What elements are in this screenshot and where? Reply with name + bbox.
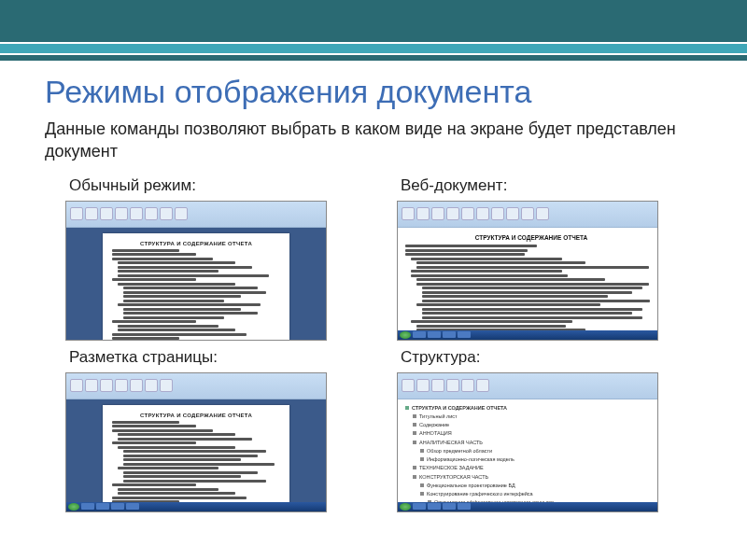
list-item xyxy=(416,283,649,286)
outline-item: АНАЛИТИЧЕСКАЯ ЧАСТЬ xyxy=(413,439,650,446)
mode-web-cell: Веб-документ: СТРУКТУРА И СОДЕРЖАНИЕ ОТЧ… xyxy=(397,176,691,341)
list-item xyxy=(405,249,528,252)
list-item xyxy=(416,278,605,281)
document-area: СТРУКТУРА И СОДЕРЖАНИЕ ОТЧЕТА Титульный … xyxy=(398,399,657,511)
slide-accent-band xyxy=(0,44,747,53)
document-page: СТРУКТУРА И СОДЕРЖАНИЕ ОТЧЕТА xyxy=(103,233,289,340)
mode-web-label: Веб-документ: xyxy=(401,176,691,195)
list-item xyxy=(422,287,642,289)
start-button-icon xyxy=(68,503,79,511)
outline-item: Информационно-логическая модель xyxy=(420,455,650,463)
start-button-icon xyxy=(400,331,411,339)
outline-item: КОНСТРУКТОРСКАЯ ЧАСТЬ xyxy=(413,473,650,481)
mode-web-thumbnail: СТРУКТУРА И СОДЕРЖАНИЕ ОТЧЕТА xyxy=(397,201,658,341)
word-ribbon xyxy=(398,202,657,228)
list-item xyxy=(422,295,608,298)
mode-outline-cell: Структура: СТРУКТУРА И СОДЕРЖАНИЕ ОТЧЕТА… xyxy=(397,348,691,512)
bullet-icon xyxy=(420,449,424,453)
list-item xyxy=(416,261,585,264)
slide-accent-band-2 xyxy=(0,55,747,61)
list-item xyxy=(411,320,572,323)
list-item xyxy=(422,308,642,311)
bullet-icon xyxy=(413,441,416,444)
list-item xyxy=(422,300,650,302)
list-item xyxy=(411,258,562,260)
doc-heading: СТРУКТУРА И СОДЕРЖАНИЕ ОТЧЕТА xyxy=(112,413,280,418)
document-area: СТРУКТУРА И СОДЕРЖАНИЕ ОТЧЕТА xyxy=(66,228,326,340)
start-button-icon xyxy=(400,503,411,511)
list-item xyxy=(422,291,632,294)
bullet-icon xyxy=(413,423,416,427)
bullet-icon xyxy=(413,414,416,418)
slide-title: Режимы отображения документа xyxy=(45,74,747,110)
modes-grid: Обычный режим: СТРУКТУРА И СОДЕРЖАНИЕ ОТ… xyxy=(0,176,747,512)
outline-item: Титульный лист xyxy=(413,413,650,420)
outline-item: АННОТАЦИЯ xyxy=(413,429,650,437)
mode-normal-thumbnail: СТРУКТУРА И СОДЕРЖАНИЕ ОТЧЕТА xyxy=(65,201,327,341)
mode-normal-cell: Обычный режим: СТРУКТУРА И СОДЕРЖАНИЕ ОТ… xyxy=(65,176,359,341)
outline-item: Функциональное проектирование БД xyxy=(420,482,650,489)
document-area: СТРУКТУРА И СОДЕРЖАНИЕ ОТЧЕТА xyxy=(398,228,657,340)
list-item xyxy=(416,325,566,328)
windows-taskbar xyxy=(398,502,657,511)
list-item xyxy=(405,245,537,247)
list-item xyxy=(416,303,600,306)
list-item xyxy=(405,253,525,256)
mode-layout-thumbnail: СТРУКТУРА И СОДЕРЖАНИЕ ОТЧЕТА xyxy=(65,372,327,512)
mode-outline-label: Структура: xyxy=(401,348,691,367)
slide-subtitle: Данные команды позволяют выбрать в каком… xyxy=(45,118,702,163)
list-item xyxy=(411,270,562,273)
document-area: СТРУКТУРА И СОДЕРЖАНИЕ ОТЧЕТА xyxy=(66,399,326,511)
outline-item: ТЕХНИЧЕСКОЕ ЗАДАНИЕ xyxy=(413,464,650,471)
bullet-icon xyxy=(413,475,416,479)
doc-heading: СТРУКТУРА И СОДЕРЖАНИЕ ОТЧЕТА xyxy=(412,404,507,412)
bullet-icon xyxy=(413,466,416,469)
list-item xyxy=(416,266,649,269)
windows-taskbar xyxy=(398,330,657,340)
outline-item: Содержание xyxy=(413,421,650,428)
bullet-icon xyxy=(413,431,416,435)
web-content: СТРУКТУРА И СОДЕРЖАНИЕ ОТЧЕТА xyxy=(405,231,650,336)
word-ribbon xyxy=(66,373,326,399)
list-item xyxy=(422,316,642,319)
outline-content: СТРУКТУРА И СОДЕРЖАНИЕ ОТЧЕТА Титульный … xyxy=(405,403,650,508)
bullet-icon xyxy=(420,457,424,461)
mode-outline-thumbnail: СТРУКТУРА И СОДЕРЖАНИЕ ОТЧЕТА Титульный … xyxy=(397,372,658,512)
word-ribbon xyxy=(398,373,657,399)
bullet-icon xyxy=(420,492,424,496)
bullet-icon xyxy=(420,483,424,487)
outline-item: Обзор предметной области xyxy=(420,447,650,455)
outline-item: Конструирование графического интерфейса xyxy=(420,490,650,497)
word-ribbon xyxy=(66,202,326,228)
mode-layout-cell: Разметка страницы: СТРУКТУРА И СОДЕРЖАНИ… xyxy=(65,348,359,512)
slide-top-band xyxy=(0,0,747,45)
doc-heading: СТРУКТУРА И СОДЕРЖАНИЕ ОТЧЕТА xyxy=(413,233,650,243)
windows-taskbar xyxy=(66,502,326,511)
list-item xyxy=(411,274,568,277)
list-item xyxy=(422,312,632,315)
mode-normal-label: Обычный режим: xyxy=(69,176,359,195)
mode-layout-label: Разметка страницы: xyxy=(69,348,359,367)
document-page: СТРУКТУРА И СОДЕРЖАНИЕ ОТЧЕТА xyxy=(103,405,289,511)
doc-heading: СТРУКТУРА И СОДЕРЖАНИЕ ОТЧЕТА xyxy=(112,241,280,246)
